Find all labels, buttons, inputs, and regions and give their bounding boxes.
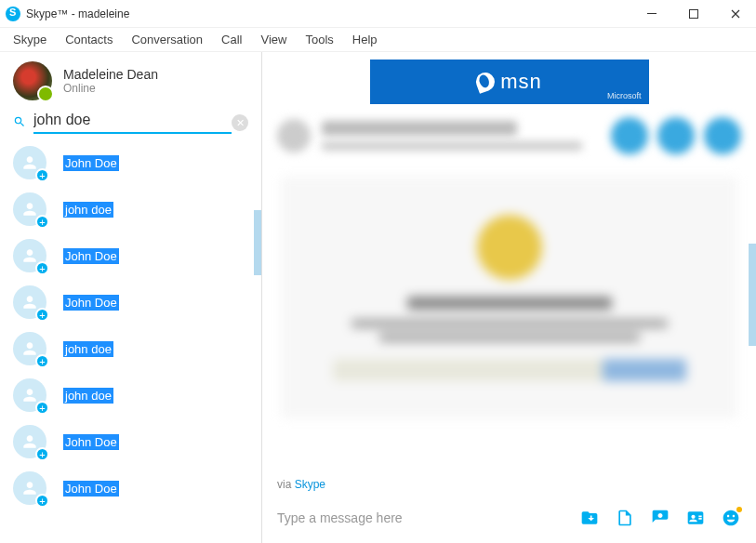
profile-avatar: [13, 61, 52, 100]
video-message-icon[interactable]: [650, 508, 670, 528]
via-prefix: via: [277, 478, 295, 491]
add-contact-badge-icon: +: [35, 494, 49, 508]
contact-avatar-icon: +: [13, 471, 46, 505]
contact-name: John Doe: [63, 248, 119, 264]
msn-butterfly-icon: [473, 70, 497, 94]
menu-view[interactable]: View: [251, 30, 296, 49]
menu-conversation[interactable]: Conversation: [122, 30, 212, 49]
sidebar-scrollbar[interactable]: [254, 210, 261, 275]
contact-name: john doe: [63, 388, 113, 404]
contact-result[interactable]: + john doe: [0, 372, 261, 418]
contact-result[interactable]: + John Doe: [0, 465, 261, 511]
send-file-icon[interactable]: [579, 508, 600, 528]
menu-call[interactable]: Call: [212, 30, 251, 49]
profile-section[interactable]: Madeleine Dean Online: [0, 52, 261, 108]
contact-avatar-icon: +: [13, 425, 46, 458]
add-contact-badge-icon: +: [35, 168, 49, 182]
add-contact-badge-icon: +: [35, 215, 49, 229]
contact-avatar-icon: +: [13, 192, 46, 226]
titlebar: Skype™ - madeleine: [0, 0, 756, 28]
window-controls: [630, 0, 756, 28]
profile-status: Online: [63, 82, 158, 95]
contact-result[interactable]: + John Doe: [0, 418, 261, 465]
maximize-button[interactable]: [672, 0, 714, 28]
contact-name: john doe: [63, 341, 113, 357]
contact-name: John Doe: [63, 434, 119, 450]
contact-avatar-icon: +: [13, 332, 46, 365]
via-link[interactable]: Skype: [295, 478, 325, 491]
contact-avatar-icon: +: [13, 146, 46, 179]
contact-name: John Doe: [63, 155, 119, 171]
add-contact-badge-icon: +: [35, 261, 49, 275]
search-input[interactable]: [33, 112, 232, 134]
contact-name: John Doe: [63, 295, 119, 311]
minimize-button[interactable]: [630, 0, 672, 28]
svg-rect-0: [647, 13, 657, 14]
banner-sub: Microsoft: [607, 91, 642, 100]
menu-help[interactable]: Help: [343, 30, 387, 49]
msn-banner[interactable]: msn Microsoft: [370, 60, 649, 104]
menu-skype[interactable]: Skype: [4, 30, 56, 49]
contact-result[interactable]: + John Doe: [0, 139, 261, 186]
main-area: Madeleine Dean Online ✕ + John Doe + joh…: [0, 52, 756, 543]
message-input[interactable]: [277, 510, 579, 525]
contact-name: john doe: [63, 202, 113, 218]
emoji-icon[interactable]: [721, 508, 741, 528]
contact-avatar-icon: +: [13, 378, 46, 412]
add-contact-badge-icon: +: [35, 354, 49, 368]
search-row: ✕: [0, 108, 261, 139]
send-contact-icon[interactable]: [685, 508, 706, 528]
search-icon: [13, 115, 26, 131]
conversation-blurred: [272, 110, 747, 474]
menu-contacts[interactable]: Contacts: [56, 30, 122, 49]
profile-name: Madeleine Dean: [63, 67, 158, 82]
menubar: Skype Contacts Conversation Call View To…: [0, 28, 756, 52]
contact-result[interactable]: + John Doe: [0, 232, 261, 279]
contact-result[interactable]: + John Doe: [0, 279, 261, 325]
skype-logo-icon: [6, 7, 20, 21]
search-results: + John Doe + john doe + John Doe + John …: [0, 139, 261, 543]
banner-label: msn: [500, 70, 542, 94]
add-contact-badge-icon: +: [35, 401, 49, 415]
add-contact-badge-icon: +: [35, 308, 49, 322]
contact-result[interactable]: + john doe: [0, 186, 261, 232]
clear-search-button[interactable]: ✕: [232, 114, 248, 131]
contact-avatar-icon: +: [13, 239, 46, 272]
send-document-icon[interactable]: [615, 508, 635, 528]
close-button[interactable]: [714, 0, 756, 28]
add-contact-badge-icon: +: [35, 447, 49, 461]
svg-rect-1: [689, 9, 697, 18]
conversation-pane: msn Microsoft via Skype: [262, 52, 756, 543]
via-line: via Skype: [262, 474, 756, 500]
sidebar: Madeleine Dean Online ✕ + John Doe + joh…: [0, 52, 262, 543]
content-scrollbar[interactable]: [749, 244, 756, 346]
contact-avatar-icon: +: [13, 285, 46, 319]
contact-result[interactable]: + john doe: [0, 325, 261, 372]
window-title: Skype™ - madeleine: [26, 7, 129, 20]
contact-name: John Doe: [63, 481, 119, 497]
menu-tools[interactable]: Tools: [296, 30, 342, 49]
composer: [262, 500, 756, 543]
